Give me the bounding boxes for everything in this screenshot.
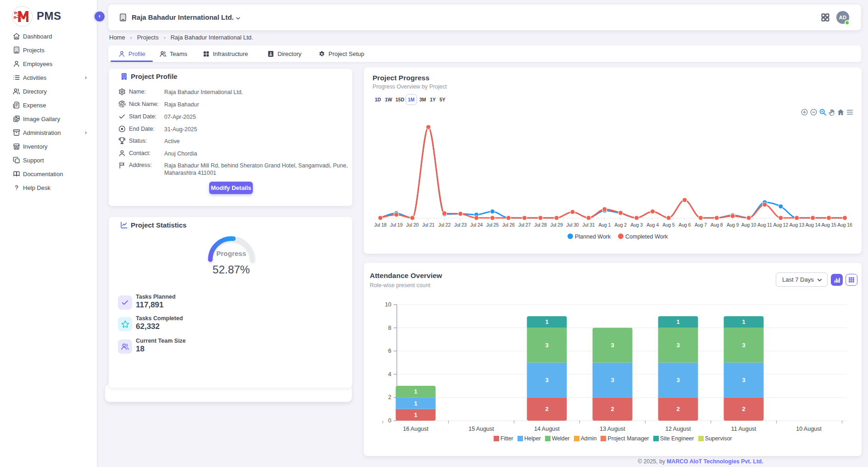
svg-text:1: 1	[414, 400, 417, 407]
svg-text:3: 3	[611, 377, 614, 384]
svg-text:16 August: 16 August	[403, 426, 428, 432]
svg-text:Completed Work: Completed Work	[625, 234, 668, 240]
svg-text:Aug 3: Aug 3	[630, 222, 643, 228]
svg-text:Aug 14: Aug 14	[806, 222, 821, 228]
svg-text:Aug 4: Aug 4	[646, 222, 659, 228]
svg-text:8: 8	[388, 325, 391, 331]
svg-text:Jul 25: Jul 25	[486, 222, 499, 228]
svg-text:3: 3	[676, 342, 679, 349]
svg-text:Aug 1: Aug 1	[598, 222, 611, 228]
svg-text:Jul 23: Jul 23	[454, 222, 467, 228]
svg-text:Jul 24: Jul 24	[470, 222, 483, 228]
svg-text:Jul 30: Jul 30	[566, 222, 579, 228]
svg-text:1: 1	[414, 411, 417, 418]
svg-text:15 August: 15 August	[468, 426, 494, 432]
svg-text:1: 1	[676, 318, 679, 325]
svg-text:14 August: 14 August	[534, 426, 560, 432]
svg-text:Aug 8: Aug 8	[711, 222, 723, 228]
svg-text:13 August: 13 August	[600, 426, 625, 432]
svg-text:Jul 19: Jul 19	[390, 222, 402, 228]
svg-text:Jul 26: Jul 26	[502, 222, 515, 228]
svg-text:Aug 2: Aug 2	[614, 222, 627, 228]
svg-text:Aug 15: Aug 15	[821, 222, 836, 228]
svg-text:1: 1	[414, 388, 417, 395]
svg-text:Jul 28: Jul 28	[534, 222, 547, 228]
svg-text:10: 10	[385, 301, 391, 308]
svg-text:Planned Work: Planned Work	[575, 234, 611, 240]
svg-text:Jul 29: Jul 29	[551, 222, 563, 228]
svg-text:Aug 13: Aug 13	[790, 222, 805, 228]
svg-text:Aug 11: Aug 11	[757, 222, 772, 228]
svg-text:Aug 6: Aug 6	[679, 222, 691, 228]
svg-text:Aug 10: Aug 10	[741, 222, 757, 228]
svg-text:3: 3	[545, 377, 548, 384]
svg-text:0: 0	[388, 417, 391, 424]
svg-text:Aug 12: Aug 12	[773, 222, 789, 228]
svg-text:6: 6	[388, 348, 391, 354]
svg-text:Jul 27: Jul 27	[518, 222, 531, 228]
svg-text:3: 3	[676, 377, 679, 384]
svg-text:Jul 31: Jul 31	[582, 222, 595, 228]
svg-text:Jul 20: Jul 20	[406, 222, 418, 228]
svg-text:12 August: 12 August	[665, 426, 691, 432]
svg-text:2: 2	[611, 406, 614, 412]
svg-text:2: 2	[742, 406, 745, 412]
svg-text:Jul 21: Jul 21	[422, 222, 434, 228]
svg-text:Aug 7: Aug 7	[695, 222, 707, 228]
svg-text:Aug 5: Aug 5	[662, 222, 675, 228]
svg-text:2: 2	[676, 406, 679, 412]
svg-text:2: 2	[545, 406, 548, 412]
svg-text:3: 3	[611, 342, 614, 349]
svg-text:Jul 22: Jul 22	[438, 222, 451, 228]
svg-text:2: 2	[388, 394, 391, 400]
svg-text:Jul 18: Jul 18	[374, 222, 386, 228]
svg-text:4: 4	[388, 371, 391, 378]
svg-text:Aug 9: Aug 9	[727, 222, 739, 228]
svg-text:3: 3	[742, 342, 745, 349]
svg-text:1: 1	[545, 318, 548, 325]
svg-text:3: 3	[545, 342, 548, 349]
svg-text:3: 3	[742, 377, 745, 384]
svg-text:11 August: 11 August	[731, 426, 757, 432]
svg-text:Aug 16: Aug 16	[837, 222, 852, 228]
svg-text:1: 1	[742, 318, 745, 325]
svg-text:10 August: 10 August	[796, 426, 822, 432]
